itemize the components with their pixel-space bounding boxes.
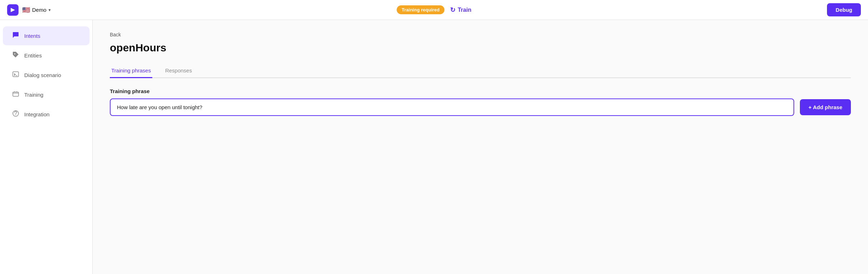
tag-icon [11, 51, 20, 60]
debug-button[interactable]: Debug [827, 3, 861, 16]
demo-selector[interactable]: 🇺🇸 Demo ▾ [22, 6, 51, 14]
back-link[interactable]: Back [110, 32, 121, 37]
chevron-down-icon: ▾ [48, 7, 51, 12]
sidebar-item-label-dialog-scenario: Dialog scenario [24, 72, 61, 78]
svg-rect-1 [13, 72, 19, 77]
phrase-row: + Add phrase [110, 98, 851, 116]
sidebar-item-entities[interactable]: Entities [3, 46, 90, 65]
tab-responses[interactable]: Responses [164, 64, 193, 78]
training-icon [11, 90, 20, 99]
main-content: Back openHours Training phrases Response… [93, 20, 868, 274]
sidebar-item-label-training: Training [24, 92, 44, 98]
sidebar-item-label-entities: Entities [24, 52, 42, 59]
add-phrase-button[interactable]: + Add phrase [800, 99, 851, 115]
sidebar-item-integration[interactable]: Integration [3, 105, 90, 124]
train-button[interactable]: ↻ Train [450, 6, 471, 14]
navbar-right: Debug [827, 3, 861, 16]
chat-icon [11, 31, 20, 40]
page-title: openHours [110, 42, 851, 54]
training-phrase-input[interactable] [110, 98, 794, 116]
layout: Intents Entities Dialog scenario Trainin… [0, 20, 868, 274]
flag-icon: 🇺🇸 [22, 6, 30, 14]
circle-question-icon [11, 110, 20, 119]
logo [7, 4, 19, 16]
navbar: 🇺🇸 Demo ▾ Training required ↻ Train Debu… [0, 0, 868, 20]
training-required-badge: Training required [397, 5, 444, 14]
training-phrase-section-label: Training phrase [110, 88, 851, 94]
terminal-icon [11, 71, 20, 80]
sidebar-item-intents[interactable]: Intents [3, 26, 90, 45]
svg-rect-2 [13, 92, 19, 96]
navbar-center: Training required ↻ Train [397, 5, 471, 14]
training-phrase-section: Training phrase + Add phrase [110, 88, 851, 116]
sidebar: Intents Entities Dialog scenario Trainin… [0, 20, 93, 274]
sidebar-item-dialog-scenario[interactable]: Dialog scenario [3, 66, 90, 85]
sidebar-item-label-intents: Intents [24, 33, 40, 39]
tab-training-phrases[interactable]: Training phrases [110, 64, 152, 78]
demo-label: Demo [32, 7, 46, 13]
tabs: Training phrases Responses [110, 64, 851, 78]
sidebar-item-label-integration: Integration [24, 111, 50, 117]
train-label: Train [458, 7, 471, 13]
refresh-icon: ↻ [450, 6, 455, 14]
sidebar-item-training[interactable]: Training [3, 85, 90, 104]
